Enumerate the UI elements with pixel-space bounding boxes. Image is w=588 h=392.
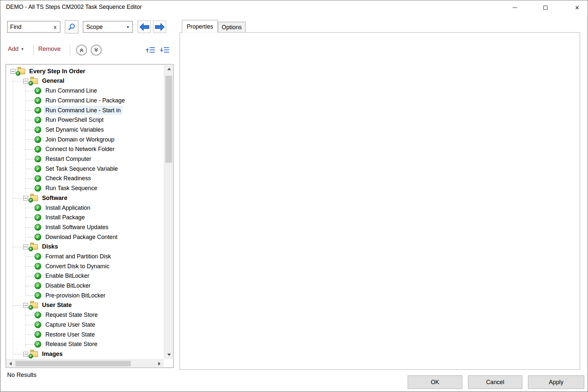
tree-item-row[interactable]: ✓Disable BitLocker: [6, 281, 164, 291]
tree-connector: [26, 286, 34, 286]
tree-item-row[interactable]: ✓Install Software Updates: [6, 222, 164, 232]
tree-item-row[interactable]: ✓Run Task Sequence: [6, 184, 164, 193]
tree-horizontal-scrollbar[interactable]: [6, 359, 164, 367]
close-button[interactable]: ×: [567, 0, 588, 14]
step-check-icon: ✓: [34, 331, 41, 338]
tree-item-row[interactable]: ✓Run Command Line: [6, 86, 164, 96]
tree-item-row[interactable]: ✓Format and Partition Disk: [6, 251, 164, 261]
cancel-button[interactable]: Cancel: [468, 375, 522, 389]
step-check-icon: ✓: [34, 253, 41, 260]
collapse-toggle-icon[interactable]: [23, 303, 28, 308]
arrow-up-icon: [167, 68, 171, 70]
tree-item-row[interactable]: ✓Convert Disk to Dynamic: [6, 261, 164, 271]
tree-node-label: Run Command Line - Package: [44, 97, 126, 104]
tree-connector: [26, 344, 34, 344]
ok-button[interactable]: OK: [408, 375, 463, 389]
tree-item-row[interactable]: ✓Set Dynamic Variables: [6, 125, 164, 135]
tree-node-label: Restore User State: [44, 331, 96, 338]
collapse-toggle-icon[interactable]: [11, 69, 15, 74]
chevron-down-icon: ▼: [123, 25, 132, 29]
collapse-toggle-icon[interactable]: [23, 244, 28, 249]
find-input[interactable]: Find x: [7, 21, 60, 33]
step-check-icon: ✓: [34, 146, 41, 153]
move-step-up-button[interactable]: [145, 45, 156, 55]
tree-item-row[interactable]: ✓Download Package Content: [6, 232, 164, 242]
tab-options[interactable]: Options: [218, 22, 246, 32]
tree-item-row[interactable]: ✓Check Readiness: [6, 174, 164, 184]
tree-connector: [26, 325, 34, 325]
tree-item-row[interactable]: ✓Run Command Line - Package: [6, 96, 164, 105]
collapse-toggle-icon[interactable]: [23, 78, 28, 83]
tree-item-row[interactable]: ✓Restart Computer: [6, 154, 164, 164]
find-clear-button[interactable]: x: [50, 24, 60, 30]
back-arrow-icon: [139, 23, 149, 31]
tree-item-row[interactable]: ✓Connect to Network Folder: [6, 144, 164, 154]
tree-item-row[interactable]: ✓Restore User State: [6, 330, 164, 339]
navigate-back-button[interactable]: [138, 21, 151, 33]
tree-connector: [26, 168, 34, 169]
expand-all-button[interactable]: [91, 45, 101, 55]
collapse-toggle-icon[interactable]: [23, 196, 28, 201]
scope-dropdown-value: Scope: [83, 23, 123, 30]
tree-item-row[interactable]: ✓Run PowerShell Script: [6, 115, 164, 125]
tree-node-label: Enable BitLocker: [44, 272, 91, 280]
tree-item-row[interactable]: ✓Join Domain or Workgroup: [6, 135, 164, 144]
tree-connector: [13, 247, 23, 247]
tree-item-row[interactable]: ✓Pre-provision BitLocker: [6, 291, 164, 300]
tree-connector: [26, 266, 34, 266]
tree-group-row[interactable]: ✓Disks: [6, 242, 164, 252]
tree-vertical-scrollbar[interactable]: [164, 64, 173, 359]
scrollbar-thumb[interactable]: [165, 76, 172, 163]
list-move-down-icon: [160, 46, 170, 54]
tree-group-row[interactable]: ✓Images: [6, 349, 164, 359]
arrow-left-icon: [10, 362, 12, 365]
maximize-button[interactable]: [535, 0, 556, 14]
scroll-down-button[interactable]: [164, 350, 174, 359]
tree-node-label: Request State Store: [44, 311, 99, 319]
tree-connector: [13, 305, 23, 305]
tree-node-label: Pre-provision BitLocker: [44, 292, 107, 299]
tree-node-label: Capture User State: [44, 321, 96, 329]
tree-item-row[interactable]: ✓Request State Store: [6, 310, 164, 320]
tree-item-row[interactable]: ✓Set Task Sequence Variable: [6, 164, 164, 174]
tree-group-row[interactable]: ✓Software: [6, 193, 164, 203]
scrollbar-thumb[interactable]: [15, 361, 131, 366]
tree-connector: [26, 120, 34, 120]
scroll-right-button[interactable]: [155, 359, 164, 368]
tree-item-row[interactable]: ✓Run Command Line - Start in: [6, 105, 164, 115]
tree-item-row[interactable]: ✓Release State Store: [6, 339, 164, 349]
scope-dropdown[interactable]: Scope ▼: [83, 21, 133, 33]
add-button[interactable]: Add ▼: [8, 46, 24, 53]
tree-node-label: Images: [41, 350, 64, 358]
move-step-down-button[interactable]: [160, 45, 170, 55]
apply-button[interactable]: Apply: [528, 375, 584, 389]
step-check-icon: ✓: [34, 156, 41, 163]
tree-group-row[interactable]: ✓Every Step In Order: [6, 66, 164, 76]
step-check-icon: ✓: [34, 87, 41, 94]
step-check-icon: ✓: [34, 214, 41, 221]
scroll-left-button[interactable]: [6, 359, 15, 368]
tree-group-row[interactable]: ✓General: [6, 76, 164, 86]
step-check-icon: ✓: [34, 282, 41, 289]
arrow-down-icon: [167, 354, 171, 356]
step-check-icon: ✓: [34, 341, 41, 348]
tree-group-row[interactable]: ✓User State: [6, 300, 164, 310]
folder-group-icon: ✓: [31, 244, 38, 250]
minimize-button[interactable]: [504, 0, 525, 14]
remove-button[interactable]: Remove: [38, 46, 61, 53]
navigate-forward-button[interactable]: [153, 21, 166, 33]
tree-item-row[interactable]: ✓Install Package: [6, 213, 164, 223]
tree-item-row[interactable]: ✓Capture User State: [6, 320, 164, 330]
scroll-up-button[interactable]: [164, 64, 174, 73]
tree-connector: [26, 276, 34, 276]
tree-node-label: Release State Store: [44, 340, 98, 348]
tree-item-row[interactable]: ✓Enable BitLocker: [6, 271, 164, 281]
tree-node-label: Set Task Sequence Variable: [44, 165, 119, 173]
search-button[interactable]: [65, 20, 78, 33]
tab-properties[interactable]: Properties: [182, 20, 218, 33]
collapse-all-button[interactable]: [76, 45, 87, 55]
collapse-toggle-icon[interactable]: [23, 352, 28, 357]
toolbar-separator: [33, 45, 34, 55]
tree-item-row[interactable]: ✓Install Application: [6, 203, 164, 213]
folder-group-icon: ✓: [31, 351, 38, 357]
